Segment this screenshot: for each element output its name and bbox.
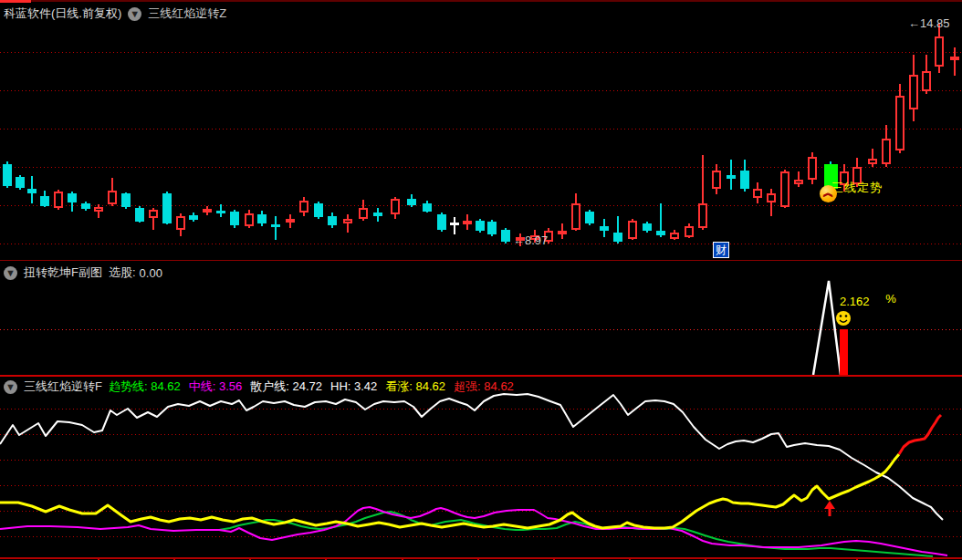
bottom-border — [0, 557, 962, 559]
candle-body — [3, 164, 12, 186]
candle-body — [391, 199, 400, 214]
candle-body — [643, 223, 652, 231]
candle-body — [950, 57, 959, 60]
candle-body — [558, 231, 567, 234]
candle-body — [740, 171, 749, 189]
flame-signal-icon: ︽ — [820, 185, 837, 202]
candle-body — [94, 207, 103, 212]
cai-badge: 财 — [713, 242, 729, 258]
candle-body — [450, 223, 459, 225]
candle-body — [343, 219, 352, 223]
divider-main-middle — [0, 260, 962, 261]
candle-body — [257, 214, 267, 223]
trading-app-window: 科蓝软件(日线.前复权) ▼ 三线红焰逆转Z ▼ 扭转乾坤F副图 选股: 0.0… — [0, 0, 962, 560]
candle-wick — [347, 214, 349, 233]
candle-body — [407, 199, 416, 205]
candle-body — [162, 193, 172, 223]
candle-body — [108, 191, 117, 204]
candle-body — [935, 36, 944, 67]
candle-body — [780, 171, 789, 207]
candle-body — [571, 203, 580, 230]
candle-body — [271, 224, 280, 227]
candle-body — [656, 231, 665, 235]
candle-body — [299, 201, 308, 213]
percent-sign: % — [885, 292, 896, 306]
candle-wick — [275, 216, 277, 240]
candle-body — [767, 193, 776, 202]
candle-body — [909, 75, 918, 109]
candle-body — [698, 203, 707, 228]
candle-body — [54, 192, 63, 208]
candle-body — [149, 210, 158, 218]
signal-text-label: 三线定势 — [831, 180, 883, 196]
candle-body — [753, 189, 762, 198]
candle-body — [712, 171, 721, 189]
low-price-label: ←8.97 — [513, 233, 548, 247]
candle-body — [895, 96, 904, 150]
candle-body — [176, 216, 185, 230]
candle-body — [68, 193, 77, 202]
candle-body — [476, 221, 485, 231]
candle-body — [613, 233, 622, 242]
candle-body — [359, 208, 368, 219]
candle-body — [16, 177, 25, 188]
candle-body — [81, 203, 90, 209]
candle-wick — [454, 217, 455, 234]
candle-body — [135, 208, 144, 222]
candle-body — [286, 219, 295, 223]
candle-body — [189, 215, 198, 220]
candle-body — [628, 221, 637, 239]
candle-body — [487, 222, 497, 234]
candle-body — [121, 193, 131, 207]
divider-middle-bottom — [0, 375, 962, 377]
candle-body — [727, 175, 736, 179]
percent-value: 2.162 — [840, 295, 870, 308]
candle-body — [27, 189, 37, 193]
candle-body — [868, 159, 877, 164]
percent-value-label: 2.162 % — [840, 295, 896, 308]
candle-body — [882, 139, 891, 164]
candle-body — [585, 212, 594, 223]
candle-wick — [954, 47, 956, 76]
candle-body — [373, 213, 382, 216]
candle-body — [670, 233, 679, 239]
candlestick-chart[interactable] — [0, 0, 962, 560]
candle-body — [230, 212, 239, 225]
candle-body — [463, 221, 472, 224]
candle-body — [40, 196, 49, 206]
high-price-label: ←14.85 — [908, 16, 950, 30]
candle-body — [794, 180, 803, 184]
candle-body — [501, 230, 510, 242]
candle-body — [423, 203, 432, 212]
candle-body — [328, 216, 337, 225]
candle-body — [600, 226, 609, 231]
candle-wick — [872, 149, 873, 167]
candle-body — [808, 157, 817, 180]
candle-body — [314, 203, 323, 217]
candle-body — [245, 213, 254, 226]
candle-body — [203, 209, 212, 213]
candle-body — [685, 226, 694, 237]
candle-body — [216, 211, 225, 213]
candle-body — [922, 71, 931, 91]
candle-body — [437, 214, 446, 230]
